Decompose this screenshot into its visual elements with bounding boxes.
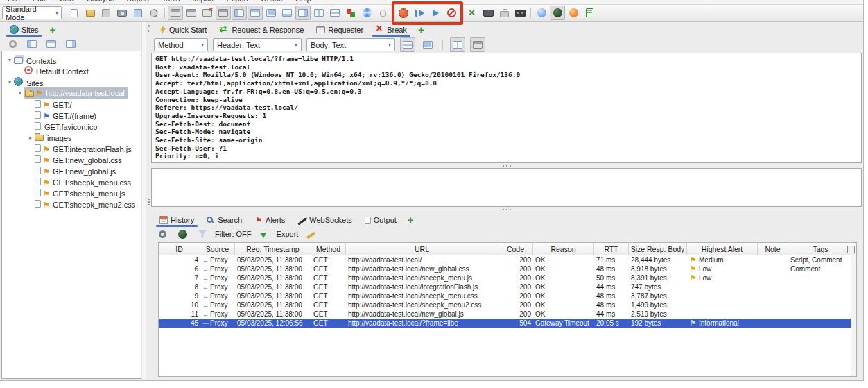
column-header-url[interactable]: URL [346,243,498,255]
export-context-button[interactable] [63,37,78,51]
column-header-tags[interactable]: Tags [788,243,853,255]
column-header-note[interactable]: Note [758,243,788,255]
column-header-req-timestamp[interactable]: Req. Timestamp [235,243,311,255]
record-lock-button[interactable] [496,6,512,20]
tab-alerts[interactable]: Alerts [249,214,290,227]
tree-item[interactable]: GET:integrationFlash.js [2,143,146,154]
tree-item[interactable]: ▾Contexts [2,54,146,65]
table-scrollbar[interactable] [851,256,856,376]
options-gear-button[interactable] [146,6,162,20]
fuzzer-keyboard-button[interactable] [480,6,496,20]
column-header-reason[interactable]: Reason [533,243,594,255]
column-header-size-resp-body[interactable]: Size Resp. Body [629,243,687,255]
firefox-button[interactable] [566,6,581,20]
method-select[interactable]: Method ▾ [154,38,208,51]
add-panel-tab-button[interactable]: + [414,24,428,37]
tree-item[interactable]: GET:/ [2,99,146,110]
history-row[interactable]: 45—Proxy05/03/2025, 12:06:56GEThttp://va… [159,319,856,328]
menu-item-analyse[interactable]: Analyse [80,0,120,3]
panel-splitter[interactable]: ‹ › [146,22,151,379]
expander-open-icon[interactable]: ▾ [16,90,24,96]
set-break-button[interactable] [396,6,411,20]
layout-full-button[interactable] [263,6,279,20]
globe-filter-button[interactable] [175,227,190,242]
import-context-button[interactable] [44,37,59,51]
layout-left-button[interactable] [232,6,247,20]
green-x-button[interactable] [465,6,480,20]
open-session-button[interactable] [83,6,98,20]
menu-item-file[interactable]: File [1,0,26,3]
blocks-button[interactable] [343,6,358,20]
tab-sites[interactable]: Sites [4,23,44,37]
combined-view-button[interactable] [400,37,415,52]
continue-button[interactable] [428,6,443,20]
show-panel-button[interactable] [470,37,485,52]
update-swirl-button[interactable] [359,6,374,20]
tree-item[interactable]: ▸images [2,132,146,143]
split-view-button[interactable] [420,37,435,52]
history-row[interactable]: 4↔Proxy05/03/2025, 11:38:00GEThttp://vaa… [159,255,856,264]
menu-item-view[interactable]: View [52,0,81,3]
tab-websockets[interactable]: WebSockets [292,214,358,227]
tree-item[interactable]: GET:sheepk_menu.css [2,176,146,187]
layout-rows-button[interactable] [327,6,342,20]
layout-columns-button[interactable] [311,6,327,20]
column-header-rtt[interactable]: RTT [594,243,629,255]
tree-item[interactable]: ▾Sites [2,76,146,87]
column-header-code[interactable]: Code [498,243,533,255]
expand-left-icon[interactable]: › [148,28,150,33]
expander-open-icon[interactable]: ▾ [6,57,14,63]
tree-item[interactable]: GET:favicon.ico [2,121,146,132]
workspace-bottom-splitter[interactable] [151,207,862,212]
window-close-button[interactable] [200,6,215,20]
tree-item[interactable]: GET:new_global.js [2,165,146,176]
new-session-button[interactable] [67,6,82,20]
tab-requester[interactable]: Requester [311,24,369,37]
expander-closed-icon[interactable]: ▸ [26,135,35,141]
lightbulb-button[interactable] [375,6,390,20]
tab-break[interactable]: Break [370,24,413,37]
layout-top-button[interactable] [248,6,263,20]
tree-item[interactable]: GET:new_global.css [2,154,146,165]
mode-select[interactable]: Standard Mode ▾ [2,6,62,19]
menu-item-edit[interactable]: Edit [26,0,52,3]
break-request-editor[interactable]: GET http://vaadata-test.local/?frame=lib… [151,53,862,163]
header-view-select[interactable]: Header: Text ▾ [213,38,302,51]
column-header-source[interactable]: Source [200,243,235,255]
add-panel-tab-button[interactable]: + [45,24,60,37]
drop-button[interactable] [444,6,459,20]
column-header-highest-alert[interactable]: Highest Alert [687,243,758,255]
history-row[interactable]: 10↔Proxy05/03/2025, 11:38:00GEThttp://va… [159,301,856,310]
menu-item-online[interactable]: Online [254,0,289,3]
menu-item-report[interactable]: Report [121,0,156,3]
menu-item-tools[interactable]: Tools [156,0,186,3]
column-config-button[interactable] [846,244,856,254]
body-view-select[interactable]: Body: Text ▾ [306,38,395,51]
tree-item[interactable]: GET:sheepk_menu2.css [2,199,146,210]
session-properties-button[interactable] [130,6,146,20]
filter-button[interactable] [195,227,210,242]
export-button[interactable] [257,227,272,242]
break-response-editor[interactable] [151,168,862,207]
add-panel-tab-button[interactable]: + [403,214,418,227]
snapshot-session-button[interactable] [114,6,130,20]
clear-button[interactable] [303,227,318,242]
notebook-button[interactable] [582,6,597,20]
tree-item[interactable]: GET:/(frame) [2,110,146,121]
new-context-button[interactable] [24,37,40,51]
column-header-method[interactable]: Method [311,243,346,255]
scope-toggle-button[interactable] [155,227,170,242]
history-row[interactable]: 11↔Proxy05/03/2025, 11:38:00GEThttp://va… [159,310,856,319]
blue-ball-button[interactable] [534,6,549,20]
maximize-panel-button[interactable] [450,37,465,52]
cassette-button[interactable] [512,6,528,20]
tab-request-response[interactable]: Request & Response [214,24,309,37]
history-row[interactable]: 6↔Proxy05/03/2025, 11:38:00GEThttp://vaa… [159,264,856,273]
tab-output[interactable]: Output [359,214,402,227]
window-tab-button[interactable] [168,6,183,20]
history-row[interactable]: 9↔Proxy05/03/2025, 11:38:00GEThttp://vaa… [159,292,856,301]
layout-corner-right-button[interactable] [295,6,311,20]
expander-open-icon[interactable]: ▾ [6,79,14,85]
tab-history[interactable]: History [154,214,200,227]
dark-sphere-button[interactable] [550,6,565,20]
